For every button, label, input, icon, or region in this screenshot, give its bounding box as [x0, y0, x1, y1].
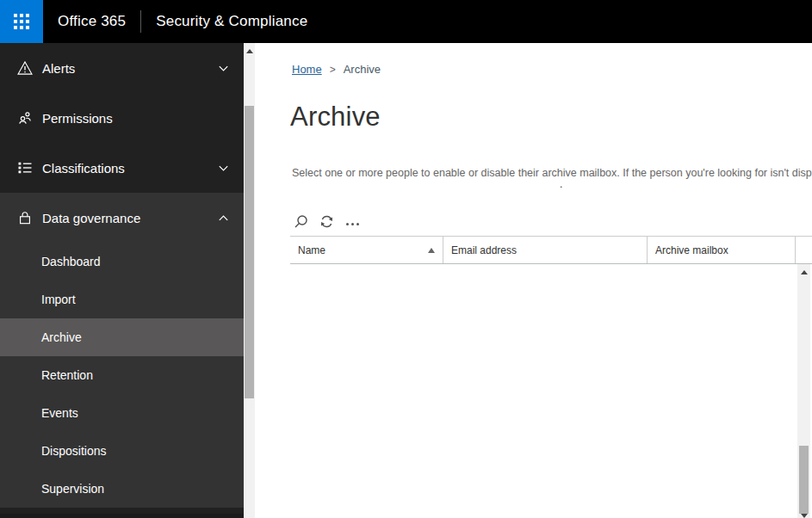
- sidebar-item-alerts[interactable]: Alerts: [0, 43, 244, 93]
- sidebar-item-permissions[interactable]: Permissions: [0, 93, 244, 143]
- chevron-down-icon: [217, 62, 230, 75]
- table-scroll-up-button[interactable]: [797, 264, 810, 280]
- sidebar-item-classifications[interactable]: Classifications: [0, 143, 244, 193]
- sidebar-item-label: Data governance: [42, 211, 217, 225]
- sidebar-child-label: Supervision: [41, 482, 104, 496]
- topbar-divider: [140, 10, 141, 33]
- sidebar-item-label: Classifications: [42, 161, 217, 176]
- breadcrumb-home-link[interactable]: Home: [292, 63, 322, 76]
- next-section-edge: [0, 514, 244, 518]
- sidebar-item-supervision[interactable]: Supervision: [0, 470, 244, 508]
- table-header-row: Name Email address Archive mailbox: [290, 237, 812, 264]
- sidebar-child-label: Dispositions: [41, 444, 106, 458]
- refresh-button[interactable]: [317, 212, 336, 231]
- mailbox-table: Name Email address Archive mailbox: [290, 236, 812, 518]
- sidebar-item-events[interactable]: Events: [0, 394, 244, 432]
- sidebar-item-label: Permissions: [42, 111, 230, 126]
- chevron-down-icon: [217, 162, 230, 175]
- app-title: Security & Compliance: [156, 13, 307, 30]
- column-header-name[interactable]: Name: [290, 237, 443, 263]
- app-launcher-waffle-icon: [14, 14, 29, 29]
- sidebar-item-data-governance[interactable]: Data governance: [0, 193, 244, 243]
- data-governance-section: Data governance Dashboard Import Archive…: [0, 193, 244, 508]
- description-overflow-dot: .: [560, 178, 562, 190]
- column-header-archive-mailbox[interactable]: Archive mailbox: [648, 237, 796, 263]
- app-launcher-button[interactable]: [0, 0, 43, 43]
- column-label: Archive mailbox: [655, 244, 728, 256]
- sidebar-item-import[interactable]: Import: [0, 281, 244, 318]
- sidebar-child-label: Retention: [41, 368, 93, 382]
- breadcrumb-current: Archive: [344, 63, 381, 76]
- warning-triangle-icon: [15, 59, 34, 77]
- search-button[interactable]: [291, 212, 310, 231]
- sidebar-child-label: Import: [41, 293, 76, 306]
- page-title: Archive: [290, 102, 381, 133]
- bullet-list-icon: [15, 158, 34, 177]
- list-toolbar: [291, 212, 362, 231]
- sidebar-item-dashboard[interactable]: Dashboard: [0, 243, 244, 281]
- people-icon: [15, 108, 34, 127]
- sidebar-item-label: Alerts: [42, 61, 217, 76]
- table-scrollbar[interactable]: [797, 264, 810, 518]
- top-suite-bar: Office 365 Security & Compliance: [0, 0, 812, 43]
- refresh-icon: [319, 214, 334, 229]
- more-ellipsis-icon: [346, 218, 359, 225]
- column-label: Name: [298, 244, 325, 256]
- sidebar-item-retention[interactable]: Retention: [0, 356, 244, 394]
- table-body-empty: [290, 264, 812, 518]
- table-scroll-down-button[interactable]: [797, 514, 810, 518]
- search-icon: [294, 214, 308, 229]
- main-content: Home > Archive Archive Select one or mor…: [255, 43, 812, 518]
- sidebar-child-label: Events: [41, 406, 78, 420]
- sidebar-child-label: Dashboard: [41, 255, 101, 268]
- sort-ascending-icon: [428, 248, 435, 253]
- more-actions-button[interactable]: [343, 212, 362, 231]
- nav-scrollbar-thumb[interactable]: [245, 106, 254, 398]
- sidebar-item-dispositions[interactable]: Dispositions: [0, 432, 244, 470]
- nav-scrollbar[interactable]: [244, 43, 255, 518]
- scroll-down-arrow-icon: [801, 514, 808, 518]
- sidebar-item-archive[interactable]: Archive: [0, 318, 244, 356]
- table-scrollbar-thumb[interactable]: [799, 446, 809, 514]
- column-label: Email address: [451, 244, 517, 256]
- sidebar-child-label: Archive: [41, 330, 82, 344]
- left-navigation: Alerts Permissions Classifications: [0, 43, 244, 518]
- breadcrumb: Home > Archive: [292, 63, 381, 76]
- breadcrumb-separator: >: [330, 64, 336, 76]
- page-description: Select one or more people to enable or d…: [292, 167, 812, 179]
- nav-scroll-up-button[interactable]: [244, 43, 255, 59]
- column-header-email-address[interactable]: Email address: [443, 237, 648, 263]
- lock-icon: [15, 208, 34, 227]
- chevron-up-icon: [217, 212, 230, 225]
- office-365-brand[interactable]: Office 365: [58, 13, 126, 30]
- scroll-up-arrow-icon: [801, 270, 808, 274]
- scroll-up-arrow-icon: [246, 49, 253, 53]
